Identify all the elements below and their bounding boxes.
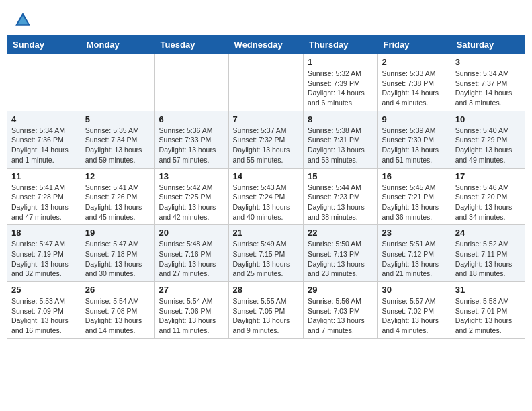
calendar-cell: 17Sunrise: 5:46 AM Sunset: 7:20 PM Dayli… xyxy=(451,168,525,225)
day-info: Sunrise: 5:32 AM Sunset: 7:39 PM Dayligh… xyxy=(308,68,373,108)
day-number: 1 xyxy=(308,57,373,67)
day-number: 8 xyxy=(308,114,373,124)
calendar-cell: 26Sunrise: 5:54 AM Sunset: 7:08 PM Dayli… xyxy=(81,282,154,339)
day-number: 24 xyxy=(455,228,521,238)
day-number: 5 xyxy=(85,114,150,124)
day-number: 4 xyxy=(11,114,77,124)
day-info: Sunrise: 5:34 AM Sunset: 7:36 PM Dayligh… xyxy=(11,126,77,165)
calendar-cell: 25Sunrise: 5:53 AM Sunset: 7:09 PM Dayli… xyxy=(7,282,81,339)
calendar-cell: 27Sunrise: 5:54 AM Sunset: 7:06 PM Dayli… xyxy=(154,282,228,339)
calendar-cell: 9Sunrise: 5:39 AM Sunset: 7:30 PM Daylig… xyxy=(378,111,451,168)
day-number: 28 xyxy=(233,285,299,295)
day-number: 14 xyxy=(233,171,299,181)
calendar-cell: 15Sunrise: 5:44 AM Sunset: 7:23 PM Dayli… xyxy=(304,168,378,225)
page-header xyxy=(0,0,532,35)
calendar-cell xyxy=(228,54,303,111)
day-number: 31 xyxy=(455,285,521,295)
calendar-cell: 5Sunrise: 5:35 AM Sunset: 7:34 PM Daylig… xyxy=(81,111,154,168)
day-header-wednesday: Wednesday xyxy=(228,36,303,54)
day-info: Sunrise: 5:47 AM Sunset: 7:19 PM Dayligh… xyxy=(11,239,77,279)
day-info: Sunrise: 5:51 AM Sunset: 7:12 PM Dayligh… xyxy=(382,239,446,279)
day-info: Sunrise: 5:41 AM Sunset: 7:26 PM Dayligh… xyxy=(85,183,150,222)
days-header-row: SundayMondayTuesdayWednesdayThursdayFrid… xyxy=(7,36,525,54)
day-info: Sunrise: 5:37 AM Sunset: 7:32 PM Dayligh… xyxy=(233,126,299,165)
calendar-cell: 30Sunrise: 5:57 AM Sunset: 7:02 PM Dayli… xyxy=(378,282,451,339)
calendar-cell: 6Sunrise: 5:36 AM Sunset: 7:33 PM Daylig… xyxy=(154,111,228,168)
day-info: Sunrise: 5:38 AM Sunset: 7:31 PM Dayligh… xyxy=(308,126,373,165)
calendar-wrapper: SundayMondayTuesdayWednesdayThursdayFrid… xyxy=(0,35,532,353)
day-info: Sunrise: 5:54 AM Sunset: 7:08 PM Dayligh… xyxy=(85,296,150,336)
calendar-body: 1Sunrise: 5:32 AM Sunset: 7:39 PM Daylig… xyxy=(7,54,525,339)
day-number: 23 xyxy=(382,228,446,238)
calendar-cell: 20Sunrise: 5:48 AM Sunset: 7:16 PM Dayli… xyxy=(154,225,228,282)
calendar-cell: 14Sunrise: 5:43 AM Sunset: 7:24 PM Dayli… xyxy=(228,168,303,225)
day-header-friday: Friday xyxy=(378,36,451,54)
calendar-week-row: 11Sunrise: 5:41 AM Sunset: 7:28 PM Dayli… xyxy=(7,168,525,225)
day-info: Sunrise: 5:33 AM Sunset: 7:38 PM Dayligh… xyxy=(382,68,446,108)
day-info: Sunrise: 5:39 AM Sunset: 7:30 PM Dayligh… xyxy=(382,126,446,165)
calendar-week-row: 1Sunrise: 5:32 AM Sunset: 7:39 PM Daylig… xyxy=(7,54,525,111)
day-number: 17 xyxy=(455,171,521,181)
calendar-cell: 16Sunrise: 5:45 AM Sunset: 7:21 PM Dayli… xyxy=(378,168,451,225)
day-info: Sunrise: 5:58 AM Sunset: 7:01 PM Dayligh… xyxy=(455,296,521,336)
day-header-saturday: Saturday xyxy=(451,36,525,54)
calendar-header: SundayMondayTuesdayWednesdayThursdayFrid… xyxy=(7,36,525,54)
calendar-cell: 4Sunrise: 5:34 AM Sunset: 7:36 PM Daylig… xyxy=(7,111,81,168)
calendar-cell: 8Sunrise: 5:38 AM Sunset: 7:31 PM Daylig… xyxy=(304,111,378,168)
day-number: 3 xyxy=(455,57,521,67)
day-info: Sunrise: 5:49 AM Sunset: 7:15 PM Dayligh… xyxy=(233,239,299,279)
day-number: 26 xyxy=(85,285,150,295)
calendar-cell: 29Sunrise: 5:56 AM Sunset: 7:03 PM Dayli… xyxy=(304,282,378,339)
logo-icon xyxy=(13,11,32,30)
day-number: 11 xyxy=(11,171,77,181)
day-number: 9 xyxy=(382,114,446,124)
day-number: 27 xyxy=(159,285,224,295)
day-info: Sunrise: 5:50 AM Sunset: 7:13 PM Dayligh… xyxy=(308,239,373,279)
calendar-cell: 31Sunrise: 5:58 AM Sunset: 7:01 PM Dayli… xyxy=(451,282,525,339)
day-info: Sunrise: 5:44 AM Sunset: 7:23 PM Dayligh… xyxy=(308,183,373,222)
day-header-monday: Monday xyxy=(81,36,154,54)
day-info: Sunrise: 5:42 AM Sunset: 7:25 PM Dayligh… xyxy=(159,183,224,222)
day-info: Sunrise: 5:35 AM Sunset: 7:34 PM Dayligh… xyxy=(85,126,150,165)
calendar-cell: 21Sunrise: 5:49 AM Sunset: 7:15 PM Dayli… xyxy=(228,225,303,282)
calendar-cell xyxy=(154,54,228,111)
logo xyxy=(13,11,35,30)
day-info: Sunrise: 5:53 AM Sunset: 7:09 PM Dayligh… xyxy=(11,296,77,336)
calendar-cell: 3Sunrise: 5:34 AM Sunset: 7:37 PM Daylig… xyxy=(451,54,525,111)
day-info: Sunrise: 5:55 AM Sunset: 7:05 PM Dayligh… xyxy=(233,296,299,336)
calendar-cell: 24Sunrise: 5:52 AM Sunset: 7:11 PM Dayli… xyxy=(451,225,525,282)
day-info: Sunrise: 5:40 AM Sunset: 7:29 PM Dayligh… xyxy=(455,126,521,165)
day-info: Sunrise: 5:56 AM Sunset: 7:03 PM Dayligh… xyxy=(308,296,373,336)
calendar-cell: 28Sunrise: 5:55 AM Sunset: 7:05 PM Dayli… xyxy=(228,282,303,339)
calendar-cell: 2Sunrise: 5:33 AM Sunset: 7:38 PM Daylig… xyxy=(378,54,451,111)
day-number: 30 xyxy=(382,285,446,295)
day-info: Sunrise: 5:45 AM Sunset: 7:21 PM Dayligh… xyxy=(382,183,446,222)
calendar-week-row: 25Sunrise: 5:53 AM Sunset: 7:09 PM Dayli… xyxy=(7,282,525,339)
calendar-cell: 12Sunrise: 5:41 AM Sunset: 7:26 PM Dayli… xyxy=(81,168,154,225)
day-number: 18 xyxy=(11,228,77,238)
day-number: 12 xyxy=(85,171,150,181)
calendar-cell: 19Sunrise: 5:47 AM Sunset: 7:18 PM Dayli… xyxy=(81,225,154,282)
calendar-cell: 18Sunrise: 5:47 AM Sunset: 7:19 PM Dayli… xyxy=(7,225,81,282)
calendar-cell: 13Sunrise: 5:42 AM Sunset: 7:25 PM Dayli… xyxy=(154,168,228,225)
calendar-cell: 11Sunrise: 5:41 AM Sunset: 7:28 PM Dayli… xyxy=(7,168,81,225)
day-header-sunday: Sunday xyxy=(7,36,81,54)
calendar-cell: 22Sunrise: 5:50 AM Sunset: 7:13 PM Dayli… xyxy=(304,225,378,282)
day-header-tuesday: Tuesday xyxy=(154,36,228,54)
day-number: 2 xyxy=(382,57,446,67)
calendar-cell xyxy=(81,54,154,111)
day-info: Sunrise: 5:41 AM Sunset: 7:28 PM Dayligh… xyxy=(11,183,77,222)
day-number: 15 xyxy=(308,171,373,181)
day-info: Sunrise: 5:43 AM Sunset: 7:24 PM Dayligh… xyxy=(233,183,299,222)
day-number: 19 xyxy=(85,228,150,238)
calendar-week-row: 4Sunrise: 5:34 AM Sunset: 7:36 PM Daylig… xyxy=(7,111,525,168)
day-number: 29 xyxy=(308,285,373,295)
day-info: Sunrise: 5:47 AM Sunset: 7:18 PM Dayligh… xyxy=(85,239,150,279)
day-info: Sunrise: 5:57 AM Sunset: 7:02 PM Dayligh… xyxy=(382,296,446,336)
calendar-week-row: 18Sunrise: 5:47 AM Sunset: 7:19 PM Dayli… xyxy=(7,225,525,282)
day-info: Sunrise: 5:52 AM Sunset: 7:11 PM Dayligh… xyxy=(455,239,521,279)
day-number: 20 xyxy=(159,228,224,238)
day-number: 21 xyxy=(233,228,299,238)
day-info: Sunrise: 5:36 AM Sunset: 7:33 PM Dayligh… xyxy=(159,126,224,165)
day-number: 6 xyxy=(159,114,224,124)
